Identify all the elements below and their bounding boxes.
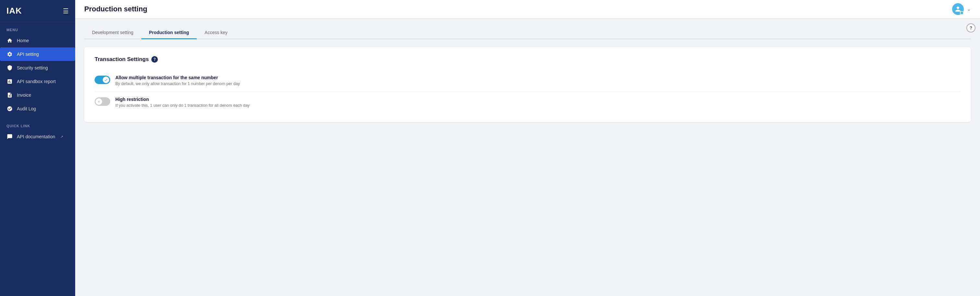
sidebar-item-invoice-label: Invoice bbox=[17, 93, 31, 98]
sidebar-item-invoice[interactable]: Invoice bbox=[0, 88, 75, 102]
tab-access-key[interactable]: Access key bbox=[197, 27, 235, 39]
setting-row-high-restriction: High restriction If you activate this, 1… bbox=[95, 91, 961, 113]
hamburger-icon[interactable]: ☰ bbox=[63, 7, 69, 15]
menu-label: MENU bbox=[0, 22, 75, 34]
external-link-icon: ↗ bbox=[60, 135, 63, 139]
sidebar: IAK ☰ MENU Home API setting Security set… bbox=[0, 0, 75, 296]
transaction-settings-card: Transaction Settings ? Allow multiple tr… bbox=[84, 47, 971, 122]
toggle-thumb-off bbox=[95, 98, 102, 105]
sidebar-item-security-setting[interactable]: Security setting bbox=[0, 61, 75, 75]
avatar-badge bbox=[960, 11, 964, 15]
avatar[interactable] bbox=[952, 3, 964, 15]
main-content: Production setting ⌄ ? Development setti… bbox=[75, 0, 980, 296]
toggle-track-off[interactable] bbox=[95, 98, 110, 106]
toggle-high-restriction[interactable] bbox=[95, 98, 110, 106]
card-help-icon[interactable]: ? bbox=[151, 56, 158, 62]
setting-desc-multiple-transaction: By default, we only allow transaction fo… bbox=[115, 82, 240, 86]
home-icon bbox=[6, 37, 13, 44]
sidebar-item-api-doc-label: API documentation bbox=[17, 134, 55, 139]
setting-text-high-restriction: High restriction If you activate this, 1… bbox=[115, 97, 250, 108]
toggle-multiple-transaction[interactable] bbox=[95, 76, 110, 84]
report-icon bbox=[6, 78, 13, 85]
sidebar-item-security-setting-label: Security setting bbox=[17, 65, 48, 70]
setting-text-multiple-transaction: Allow multiple transaction for the same … bbox=[115, 75, 240, 86]
sidebar-item-api-sandbox-report[interactable]: API sandbox report bbox=[0, 75, 75, 88]
sidebar-item-api-documentation[interactable]: API documentation ↗ bbox=[0, 130, 75, 144]
tab-development-setting[interactable]: Development setting bbox=[84, 27, 141, 39]
setting-label-high-restriction: High restriction bbox=[115, 97, 250, 102]
sidebar-item-api-sandbox-label: API sandbox report bbox=[17, 79, 56, 84]
sidebar-header: IAK ☰ bbox=[0, 0, 75, 22]
card-title: Transaction Settings ? bbox=[95, 56, 961, 62]
setting-desc-high-restriction: If you activate this, 1 user can only do… bbox=[115, 103, 250, 108]
tabs: Development setting Production setting A… bbox=[84, 27, 971, 39]
sidebar-item-audit-log[interactable]: Audit Log bbox=[0, 102, 75, 115]
chevron-down-icon[interactable]: ⌄ bbox=[967, 6, 971, 12]
toggle-thumb bbox=[103, 77, 109, 83]
card-title-text: Transaction Settings bbox=[95, 56, 149, 62]
shield-icon bbox=[6, 65, 13, 71]
audit-icon bbox=[6, 106, 13, 112]
setting-label-multiple-transaction: Allow multiple transaction for the same … bbox=[115, 75, 240, 80]
sidebar-item-home-label: Home bbox=[17, 38, 29, 43]
sidebar-item-home[interactable]: Home bbox=[0, 34, 75, 47]
page-title: Production setting bbox=[84, 5, 147, 13]
sidebar-item-api-setting-label: API setting bbox=[17, 51, 39, 57]
invoice-icon bbox=[6, 92, 13, 98]
toggle-track-on[interactable] bbox=[95, 76, 110, 84]
topbar-right: ⌄ bbox=[952, 3, 971, 15]
topbar: Production setting ⌄ bbox=[75, 0, 980, 19]
gear-icon bbox=[6, 51, 13, 58]
setting-row-multiple-transaction: Allow multiple transaction for the same … bbox=[95, 70, 961, 91]
quick-link-label: QUICK LINK bbox=[0, 118, 75, 130]
help-float-button[interactable]: ? bbox=[966, 23, 975, 32]
sidebar-item-api-setting[interactable]: API setting bbox=[0, 47, 75, 61]
content-area: ? Development setting Production setting… bbox=[75, 19, 980, 296]
doc-icon bbox=[6, 133, 13, 140]
sidebar-item-audit-log-label: Audit Log bbox=[17, 106, 36, 111]
logo: IAK bbox=[6, 6, 22, 16]
tab-production-setting[interactable]: Production setting bbox=[141, 27, 197, 39]
